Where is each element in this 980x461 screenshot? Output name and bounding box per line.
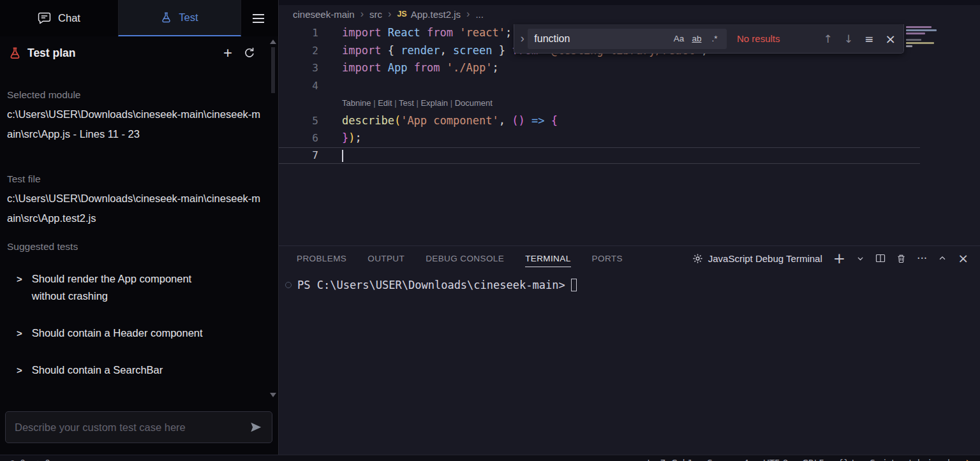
selected-module-path: c:\Users\USER\Downloads\cineseek-main\ci… <box>7 105 264 144</box>
more-actions-icon[interactable]: ··· <box>917 252 927 265</box>
test-file-path: c:\Users\USER\Downloads\cineseek-main\ci… <box>7 189 264 228</box>
code-line-text <box>318 148 343 164</box>
minimap-line <box>906 39 921 41</box>
panel-tab-terminal[interactable]: TERMINAL <box>525 250 570 267</box>
new-terminal-button[interactable]: + <box>833 251 845 266</box>
custom-test-input-container <box>5 411 272 443</box>
chevron-right-icon: > <box>17 325 22 342</box>
status-item--javascript[interactable]: {} JavaScript <box>838 458 895 461</box>
status-bar: ⊘ 0 △ 0 Ln 7, Col 1Spaces: 4UTF-8CRLF{} … <box>0 455 980 461</box>
scroll-down-icon[interactable] <box>270 393 276 397</box>
codelens-action[interactable]: Edit <box>378 98 392 108</box>
codelens-action[interactable]: Test <box>399 98 414 108</box>
suggested-test-label: Should contain a Header component <box>32 325 226 342</box>
breadcrumb-item[interactable]: src <box>369 9 382 20</box>
chevron-right-icon: > <box>17 270 22 305</box>
status-right: Ln 7, Col 1Spaces: 4UTF-8CRLF{} JavaScri… <box>647 458 960 461</box>
code-line-text: describe('App component', () => { <box>318 112 558 130</box>
code-line: 5describe('App component', () => { <box>279 112 980 130</box>
panel-tab-output[interactable]: OUTPUT <box>368 250 405 267</box>
code-line: 7 <box>279 147 920 165</box>
breadcrumb-item[interactable]: JSApp.test2.js <box>397 9 461 20</box>
terminal[interactable]: PS C:\Users\USER\Downloads\cineseek-main… <box>279 270 980 291</box>
find-results-status: No results <box>737 33 812 44</box>
line-number: 5 <box>279 112 318 130</box>
maximize-panel-icon[interactable] <box>938 254 947 263</box>
code-line: 3import App from './App'; <box>279 59 980 77</box>
breadcrumb-item-label: cineseek-main <box>293 9 355 20</box>
kill-terminal-icon[interactable] <box>896 254 906 263</box>
match-case-icon[interactable]: Aa <box>671 34 687 43</box>
terminal-prompt: PS C:\Users\USER\Downloads\cineseek-main… <box>297 279 565 291</box>
sidebar-scrollbar[interactable] <box>270 38 277 399</box>
terminal-dropdown-icon[interactable] <box>856 254 865 263</box>
sidebar-menu-button[interactable] <box>250 11 267 26</box>
editor-area: cineseek-main›src›JSApp.test2.js›... 1im… <box>279 0 980 245</box>
scroll-up-icon[interactable] <box>270 40 276 44</box>
chevron-right-icon: > <box>17 362 22 379</box>
line-number: 6 <box>279 129 318 147</box>
suggested-test-label: Should render the App component without … <box>32 270 226 305</box>
status-item-utf-8[interactable]: UTF-8 <box>763 458 788 461</box>
tabnine-sidebar: Chat Test Test plan + Selected module c:… <box>0 0 278 455</box>
regex-icon[interactable]: .* <box>706 34 723 43</box>
tab-chat[interactable]: Chat <box>0 0 118 36</box>
find-widget: › function Aa ab .* No results ↑ ↓ ≡ × <box>514 24 904 54</box>
codelens-separator: | <box>392 98 399 108</box>
find-collapse-chevron-icon[interactable]: › <box>517 32 528 45</box>
breadcrumb-item[interactable]: ... <box>475 9 484 20</box>
custom-test-input[interactable] <box>15 421 249 434</box>
suggested-test-item[interactable]: >Should render the App component without… <box>17 270 259 305</box>
codelens-action[interactable]: Document <box>455 98 493 108</box>
panel-tabs: PROBLEMSOUTPUTDEBUG CONSOLETERMINALPORTS <box>297 250 623 267</box>
breadcrumb: cineseek-main›src›JSApp.test2.js›... <box>279 5 980 23</box>
text-cursor <box>342 150 343 162</box>
panel-tab-ports[interactable]: PORTS <box>592 250 623 267</box>
panel-tab-problems[interactable]: PROBLEMS <box>297 250 346 267</box>
whole-word-icon[interactable]: ab <box>688 34 705 43</box>
panel-tab-debug-console[interactable]: DEBUG CONSOLE <box>426 250 504 267</box>
warnings-icon: △ <box>34 458 41 461</box>
send-icon[interactable] <box>249 420 263 434</box>
command-marker-icon <box>285 282 292 288</box>
minimap-line <box>906 26 932 28</box>
suggested-tests-label: Suggested tests <box>7 241 78 252</box>
close-panel-icon[interactable]: × <box>958 251 969 266</box>
suggested-test-item[interactable]: >Should contain a SearchBar <box>17 362 259 379</box>
tab-test[interactable]: Test <box>118 0 241 36</box>
breadcrumb-item[interactable]: cineseek-main <box>293 9 355 20</box>
test-plan-header: Test plan + <box>0 40 255 66</box>
split-terminal-icon[interactable] <box>875 253 886 263</box>
code-line-text: }); <box>318 129 362 147</box>
codelens-action[interactable]: Tabnine <box>342 98 371 108</box>
codelens-row: Tabnine | Edit | Test | Explain | Docume… <box>279 94 980 112</box>
scrollbar-thumb[interactable] <box>271 47 275 93</box>
problems-status[interactable]: ⊘ 0 △ 0 <box>9 458 50 461</box>
codelens: Tabnine | Edit | Test | Explain | Docume… <box>318 94 493 112</box>
refresh-icon[interactable] <box>244 47 255 59</box>
add-test-button[interactable]: + <box>223 45 232 61</box>
debug-terminal-icon <box>692 253 703 264</box>
minimap[interactable] <box>906 26 975 47</box>
find-next-icon[interactable]: ↓ <box>844 33 853 45</box>
codelens-action[interactable]: Explain <box>420 98 448 108</box>
bottom-panel: PROBLEMSOUTPUTDEBUG CONSOLETERMINALPORTS… <box>279 245 980 455</box>
panel-title: Test plan <box>27 47 76 60</box>
status-item-spaces-4[interactable]: Spaces: 4 <box>707 458 749 461</box>
find-input[interactable]: function Aa ab .* <box>528 29 727 49</box>
breadcrumb-separator: › <box>388 8 391 20</box>
terminal-name[interactable]: JavaScript Debug Terminal <box>708 253 822 264</box>
status-item-tabnine-dev[interactable]: tabnine dev <box>909 458 960 461</box>
breadcrumb-item-label: ... <box>475 9 484 20</box>
code-line: 6}); <box>279 129 980 147</box>
find-previous-icon[interactable]: ↑ <box>823 33 832 45</box>
find-in-selection-icon[interactable]: ≡ <box>865 33 873 45</box>
tab-chat-label: Chat <box>58 12 80 24</box>
status-item-crlf[interactable]: CRLF <box>802 458 824 461</box>
suggested-tests-list: >Should render the App component without… <box>17 270 259 399</box>
suggested-test-item[interactable]: >Should contain a Header component <box>17 325 259 342</box>
status-item-ln-7-col-1[interactable]: Ln 7, Col 1 <box>647 458 693 461</box>
editor-tab-strip <box>279 0 980 5</box>
find-close-icon[interactable]: × <box>885 31 896 47</box>
flask-icon <box>161 12 172 23</box>
